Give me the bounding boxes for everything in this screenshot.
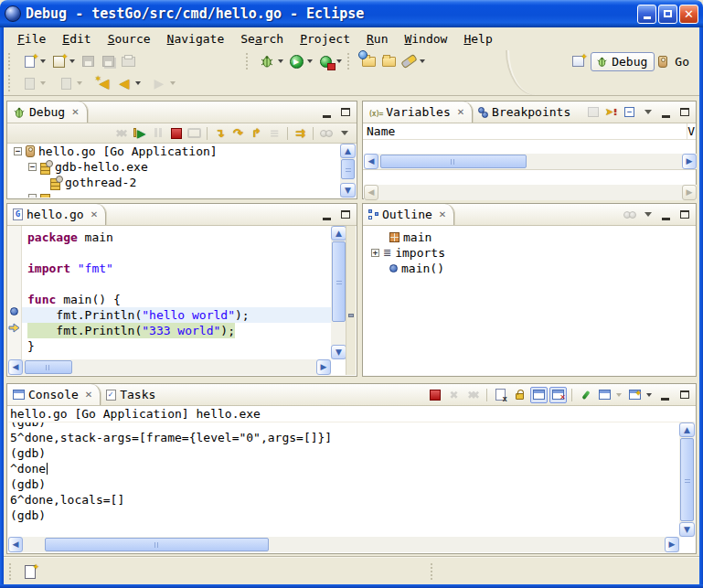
breakpoints-tab[interactable]: Breakpoints — [473, 102, 578, 123]
scroll-left-button[interactable]: ◀ — [364, 185, 378, 200]
scroll-up-button[interactable]: ▲ — [679, 422, 695, 437]
next-annotation-dropdown[interactable] — [77, 81, 82, 85]
menu-source[interactable]: Source — [100, 30, 159, 48]
next-annotation-button[interactable] — [56, 73, 76, 93]
scroll-right-button[interactable]: ▶ — [682, 185, 697, 200]
outline-view-minimize-button[interactable] — [657, 207, 675, 223]
expand-expander-icon[interactable]: + — [371, 249, 379, 257]
editor-minimize-button[interactable] — [318, 207, 336, 223]
scrollbar-thumb[interactable] — [341, 159, 355, 179]
run-button[interactable]: ▶ — [286, 51, 306, 71]
back-dropdown[interactable] — [135, 81, 141, 85]
variables-table-body[interactable] — [363, 140, 696, 154]
open-resource-button[interactable] — [378, 51, 399, 71]
display-console-dropdown[interactable] — [616, 393, 622, 397]
save-all-button[interactable] — [98, 51, 118, 71]
perspective-debug-button[interactable]: Debug — [591, 52, 655, 71]
disconnect-button[interactable] — [186, 125, 203, 142]
menu-file[interactable]: File — [9, 30, 54, 48]
show-stderr-button[interactable]: ✕ — [549, 387, 567, 403]
tree-row[interactable]: − gdb-hello.exe — [8, 159, 356, 175]
fast-view-button[interactable]: ✦ — [22, 564, 37, 580]
scroll-up-button[interactable]: ▲ — [340, 144, 356, 158]
scroll-down-button[interactable]: ▼ — [340, 183, 356, 198]
variables-view-minimize-button[interactable] — [657, 104, 675, 121]
link-view-button[interactable] — [317, 125, 335, 142]
run-dropdown[interactable] — [307, 59, 313, 63]
scroll-up-button[interactable]: ▲ — [331, 226, 346, 241]
code-area[interactable]: package main import "fmt" func main() { … — [22, 226, 331, 359]
run-external-tools-button[interactable] — [315, 51, 336, 71]
outline-item-main-func[interactable]: main() — [364, 261, 695, 276]
scroll-left-button[interactable]: ◀ — [8, 359, 23, 375]
back-to-edit-button[interactable]: ◀✶ — [94, 73, 114, 93]
link-with-editor-button[interactable] — [621, 207, 638, 223]
scrollbar-thumb[interactable] — [380, 155, 527, 168]
debug-view-maximize-button[interactable] — [336, 104, 354, 121]
debug-dropdown[interactable] — [278, 59, 283, 63]
use-step-filters-button[interactable]: ⇉ — [292, 125, 309, 142]
open-type-button[interactable] — [358, 51, 378, 71]
scrollbar-thumb[interactable] — [45, 538, 269, 551]
collapse-expander-icon[interactable]: − — [28, 163, 37, 171]
clear-console-button[interactable] — [492, 387, 509, 403]
tree-row[interactable]: gothread-2 — [8, 175, 356, 190]
variables-tab-close-icon[interactable]: ✕ — [457, 107, 464, 117]
editor-hscrollbar[interactable]: ◀ ▶ — [8, 359, 331, 375]
toolbar-drag-handle[interactable] — [347, 53, 354, 69]
variables-view-menu-button[interactable] — [639, 104, 656, 121]
tasks-tab[interactable]: Tasks — [101, 384, 163, 405]
perspective-go-button[interactable]: Go — [657, 51, 690, 71]
scroll-right-button[interactable]: ▶ — [682, 154, 697, 169]
variables-table-header[interactable]: Name V — [363, 123, 696, 140]
console-hscrollbar[interactable]: ◀ ▶ — [8, 537, 679, 552]
search-button[interactable] — [399, 51, 419, 71]
name-column-header[interactable]: Name — [367, 124, 395, 138]
new-project-button[interactable]: ✦ — [48, 51, 69, 71]
toolbar-drag-handle[interactable] — [8, 75, 15, 91]
editor-vscrollbar[interactable]: ▲ ▼ — [331, 226, 346, 359]
menu-help[interactable]: Help — [455, 30, 500, 48]
console-tab[interactable]: Console ✕ — [7, 384, 101, 405]
instruction-stepping-button[interactable]: ≡ — [266, 125, 283, 142]
scroll-down-button[interactable]: ▼ — [331, 345, 346, 359]
scroll-left-button[interactable]: ◀ — [364, 154, 378, 169]
debug-tab-close-icon[interactable]: ✕ — [71, 107, 79, 117]
remove-all-terminated-button[interactable]: ✖✖ — [112, 125, 130, 142]
menu-window[interactable]: Window — [396, 30, 455, 48]
scrollbar-thumb[interactable] — [680, 438, 694, 521]
print-button[interactable] — [118, 51, 138, 71]
collapse-expander-icon[interactable]: − — [14, 147, 22, 155]
remove-launch-button[interactable]: ✖ — [445, 387, 463, 403]
tree-row-clipped[interactable]: − — [8, 190, 356, 198]
resume-button[interactable]: ▶ — [131, 125, 148, 142]
variables-view-maximize-button[interactable] — [676, 104, 693, 121]
menu-project[interactable]: Project — [292, 30, 358, 48]
overview-marker[interactable] — [348, 314, 354, 317]
show-type-names-button[interactable] — [584, 104, 602, 121]
close-button[interactable]: ✕ — [679, 5, 698, 24]
last-edit-location-button[interactable] — [19, 73, 39, 93]
open-console-button[interactable]: ✦ — [626, 387, 644, 403]
collapse-expander-icon[interactable]: − — [28, 194, 37, 198]
step-return-button[interactable]: ↱ — [248, 125, 265, 142]
outline-view-menu-button[interactable] — [639, 207, 656, 223]
toolbar-drag-handle[interactable] — [246, 53, 252, 69]
tree-row[interactable]: − hello.go [Go Application] — [8, 144, 356, 159]
display-console-button[interactable] — [596, 387, 613, 403]
forward-dropdown[interactable] — [170, 81, 176, 85]
variables-detail-hscrollbar[interactable]: ◀ ▶ — [364, 185, 697, 200]
editor-annotation-ruler[interactable] — [8, 226, 22, 359]
terminate-console-button[interactable] — [426, 387, 443, 403]
outline-tab[interactable]: Outline ✕ — [363, 204, 454, 225]
variables-tab[interactable]: Variables ✕ — [363, 102, 473, 123]
save-button[interactable] — [78, 51, 98, 71]
maximize-button[interactable] — [658, 5, 677, 24]
open-perspective-button[interactable]: ✦ — [568, 51, 588, 71]
editor-overview-ruler[interactable] — [346, 226, 356, 375]
forward-button[interactable]: ▶ — [149, 73, 169, 93]
scrollbar-thumb[interactable] — [332, 241, 346, 322]
new-project-dropdown[interactable] — [69, 59, 75, 63]
scroll-down-button[interactable]: ▼ — [679, 522, 695, 537]
console-view-maximize-button[interactable] — [676, 387, 693, 403]
